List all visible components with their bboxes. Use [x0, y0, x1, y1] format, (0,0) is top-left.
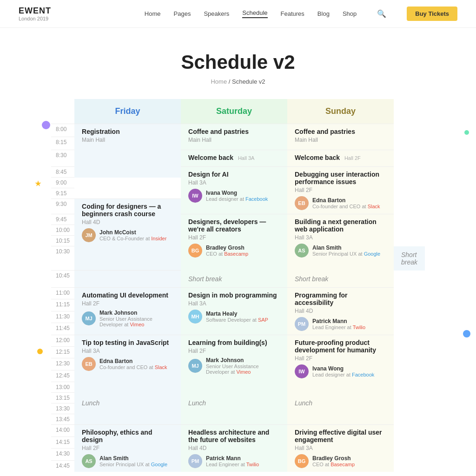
edna-fri-initials: EB — [82, 357, 96, 371]
mark-initials: MJ — [82, 311, 96, 325]
nav-blog[interactable]: Blog — [317, 10, 330, 17]
john-avatar: JM — [82, 228, 96, 242]
navbar: EWENT London 2019 Home Pages Speakers Sc… — [0, 0, 476, 28]
ivana-sun-company[interactable]: Facebook — [352, 372, 374, 377]
sat-coffee-title: Coffee and pastries — [188, 128, 280, 135]
ivana-avatar-sun: IW — [295, 364, 309, 378]
edna-company[interactable]: Slack — [368, 204, 380, 209]
event-mob-prog: Design in mob programming Hall 3A MH Mar… — [181, 287, 287, 335]
marta-role: Software Developer at SAP — [206, 317, 268, 323]
marta-info: Marta Healy Software Developer at SAP — [206, 311, 268, 323]
driving-speaker: BG Bradley Grosh CEO at Basecamp — [295, 454, 386, 468]
time-1445: 14:45 — [51, 460, 74, 472]
event-sat-welcome: Welcome back Hall 3A — [181, 150, 287, 167]
bradley-sun-company[interactable]: Basecamp — [331, 462, 355, 467]
event-automating: Automating UI development Hall 2F MJ Mar… — [74, 287, 181, 335]
tiptop-hall: Hall 3A — [82, 348, 173, 354]
edna-fri-info: Edna Barton Co-founder and CEO at Slack — [99, 358, 167, 370]
time-1115: 11:15 — [51, 299, 74, 311]
time-815: 8:15 — [51, 137, 74, 150]
time-1030: 10:30 — [51, 246, 74, 271]
alan-fri-company[interactable]: Google — [151, 462, 167, 467]
time-900: 9:00 — [51, 178, 74, 188]
bradley-initials: BG — [188, 244, 202, 258]
brand-name: EWENT — [19, 6, 51, 16]
time-1215: 12:15 — [51, 346, 74, 358]
table-row: 10:45 Short break Short break — [51, 271, 425, 288]
time-1045: 10:45 — [51, 271, 74, 288]
ivana-sun-info: Ivana Wong Lead designer at Facebook — [312, 365, 374, 377]
bradley-sun-role: CEO at Basecamp — [312, 462, 355, 467]
bradley-name: Bradley Grosh — [206, 245, 248, 251]
mark-sat-info: Mark Johnson Senior User Assistance Deve… — [206, 357, 280, 375]
brand-location: London 2019 — [19, 16, 51, 21]
mark-name: Mark Johnson — [99, 310, 173, 316]
headless-hall: Hall 4D — [188, 445, 280, 451]
hero-section: Schedule v2 Home / Schedule v2 — [0, 28, 476, 94]
sat-short-break: Short break — [181, 271, 287, 288]
marta-avatar: MH — [188, 310, 202, 324]
alan-avatar-sun: AS — [295, 244, 309, 258]
event-registration: Registration Main Hall — [74, 124, 181, 178]
alan-info-sun: Alan Smith Senior Principal UX at Google — [312, 245, 380, 257]
driving-title: Driving effective digital user engagemen… — [295, 429, 386, 443]
future-product-speaker: IW Ivana Wong Lead designer at Facebook — [295, 364, 386, 378]
time-1230: 12:30 — [51, 358, 74, 370]
event-sun-welcome: Welcome back Hall 2F — [287, 150, 394, 167]
breadcrumb-home[interactable]: Home — [211, 78, 227, 85]
time-845: 8:45 — [51, 167, 74, 178]
day-saturday: Saturday — [181, 99, 287, 124]
john-name: John McCoist — [99, 229, 166, 236]
building-web-speaker: AS Alan Smith Senior Principal UX at Goo… — [295, 244, 386, 258]
time-1415: 14:15 — [51, 436, 74, 449]
edna-fri-role: Co-founder and CEO at Slack — [99, 364, 167, 370]
patrick-company[interactable]: Twilio — [353, 324, 366, 330]
alan-fri-name: Alan Smith — [99, 455, 167, 462]
buy-tickets-button[interactable]: Buy Tickets — [407, 7, 457, 21]
ivana-sun-initials: IW — [295, 364, 309, 378]
time-945: 9:45 — [51, 214, 74, 225]
alan-company[interactable]: Google — [364, 251, 380, 257]
time-1330: 13:30 — [51, 403, 74, 414]
nav-pages[interactable]: Pages — [174, 10, 191, 17]
event-coding: Coding for designers — a beginners crash… — [74, 199, 181, 271]
mark-sat-company[interactable]: Vimeo — [236, 369, 251, 375]
mob-prog-hall: Hall 3A — [188, 300, 280, 307]
patrick-sat-info: Patrick Mann Lead Engineer at Twilio — [206, 455, 259, 467]
marta-company[interactable]: SAP — [258, 317, 268, 323]
event-driving: Driving effective digital user engagemen… — [287, 425, 394, 472]
friday-empty-1045 — [74, 271, 181, 288]
nav-features[interactable]: Features — [281, 10, 304, 17]
ivana-name: Ivana Wong — [206, 190, 268, 196]
tiptop-title: Tip top testing in JavaScript — [82, 339, 173, 346]
alan-avatar-fri: AS — [82, 454, 96, 468]
ivana-company[interactable]: Facebook — [245, 196, 268, 202]
time-1200: 12:00 — [51, 335, 74, 346]
nav-home[interactable]: Home — [145, 10, 161, 17]
debugging-speaker: EB Edna Barton Co-founder and CEO at Sla… — [295, 196, 386, 210]
john-company[interactable]: Insider — [151, 236, 166, 241]
search-icon[interactable]: 🔍 — [377, 9, 386, 18]
event-designers: Designers, developers — we're all creato… — [181, 214, 287, 271]
nav-speakers[interactable]: Speakers — [204, 10, 229, 17]
sun-lunch: Lunch — [287, 382, 394, 425]
sun-coffee-title: Coffee and pastries — [295, 128, 386, 135]
sat-lunch: Lunch — [181, 382, 287, 425]
patrick-sat-company[interactable]: Twilio — [246, 462, 259, 467]
mark-company[interactable]: Vimeo — [130, 322, 144, 327]
ivana-avatar: IW — [188, 189, 202, 203]
event-accessibility: Programming for accessibility Hall 4D PM… — [287, 287, 394, 335]
edna-fri-company[interactable]: Slack — [155, 364, 167, 370]
bradley-company[interactable]: Basecamp — [224, 251, 248, 257]
john-initials: JM — [82, 228, 96, 242]
friday-short-break: Short break — [394, 246, 425, 271]
patrick-avatar-sun: PM — [295, 317, 309, 331]
edna-initials: EB — [295, 196, 309, 210]
event-sun-coffee: Coffee and pastries Main Hall — [287, 124, 394, 150]
nav-shop[interactable]: Shop — [343, 10, 357, 17]
nav-schedule[interactable]: Schedule — [242, 9, 267, 18]
breadcrumb: Home / Schedule v2 — [9, 78, 467, 85]
time-1130: 11:30 — [51, 311, 74, 323]
building-web-hall: Hall 3A — [295, 234, 386, 241]
automating-title: Automating UI development — [82, 291, 173, 299]
